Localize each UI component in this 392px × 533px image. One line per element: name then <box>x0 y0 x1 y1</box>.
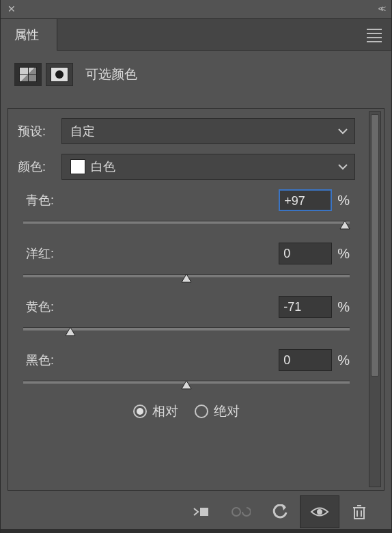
collapse-icon[interactable]: << <box>378 3 383 14</box>
layer-type-row: 可选颜色 <box>1 51 391 96</box>
scrollbar[interactable] <box>369 111 381 487</box>
chevron-down-icon <box>338 128 348 135</box>
color-swatch-white <box>70 159 85 174</box>
clip-to-layer-button[interactable] <box>181 495 221 528</box>
tab-empty-area <box>57 19 391 51</box>
content: 预设: 自定 颜色: 白色 青色: +97 <box>8 109 365 490</box>
reset-button[interactable] <box>260 495 300 528</box>
slider-label-yellow: 黄色: <box>26 299 54 315</box>
unit-magenta: % <box>337 246 350 262</box>
slider-track-magenta[interactable] <box>23 271 350 288</box>
slider-input-black[interactable]: 0 <box>279 349 332 371</box>
colors-dropdown[interactable]: 白色 <box>61 154 355 180</box>
tab-properties[interactable]: 属性 <box>1 19 53 51</box>
slider-input-cyan[interactable]: +97 <box>279 189 332 211</box>
svg-point-2 <box>317 509 322 515</box>
panel-menu-icon[interactable] <box>367 29 382 40</box>
preset-dropdown[interactable]: 自定 <box>61 118 355 144</box>
toggle-visibility-button[interactable] <box>300 495 339 528</box>
close-icon[interactable]: ✕ <box>8 3 16 14</box>
slider-row-cyan: 青色: +97 % <box>18 189 355 234</box>
content-frame: 预设: 自定 颜色: 白色 青色: +97 <box>8 108 384 491</box>
svg-rect-0 <box>200 508 208 516</box>
slider-input-magenta[interactable]: 0 <box>279 243 332 264</box>
slider-track-yellow[interactable] <box>23 325 350 341</box>
unit-black: % <box>337 353 350 368</box>
view-previous-state-button[interactable] <box>221 495 260 528</box>
radio-label-relative: 相对 <box>152 402 178 420</box>
preset-row: 预设: 自定 <box>18 118 355 144</box>
delete-button[interactable] <box>339 495 379 528</box>
slider-row-black: 黑色: 0 % <box>18 349 355 394</box>
method-radio-group: 相对 绝对 <box>18 402 355 420</box>
adjustment-thumb-button[interactable] <box>14 63 42 86</box>
mask-thumb-button[interactable] <box>46 63 73 86</box>
colors-row: 颜色: 白色 <box>18 154 355 180</box>
colors-label: 颜色: <box>18 159 55 175</box>
slider-row-yellow: 黄色: -71 % <box>18 296 355 341</box>
unit-cyan: % <box>337 193 350 208</box>
radio-icon <box>195 405 208 418</box>
slider-label-cyan: 青色: <box>26 192 54 208</box>
chevron-down-icon <box>338 163 348 170</box>
slider-input-yellow[interactable]: -71 <box>279 296 332 318</box>
radio-icon <box>133 405 147 418</box>
slider-track-cyan[interactable] <box>23 218 350 234</box>
svg-point-1 <box>232 508 240 516</box>
layer-mask-icon <box>51 67 68 82</box>
slider-track-black[interactable] <box>23 378 350 394</box>
radio-relative[interactable]: 相对 <box>133 402 178 420</box>
svg-rect-3 <box>354 508 364 519</box>
preset-value: 自定 <box>70 123 95 139</box>
panel-footer <box>8 491 384 533</box>
selective-color-icon <box>19 67 37 82</box>
slider-label-magenta: 洋红: <box>26 245 54 262</box>
radio-label-absolute: 绝对 <box>214 402 240 420</box>
adjustment-name: 可选颜色 <box>85 66 137 83</box>
unit-yellow: % <box>337 299 350 315</box>
tab-label: 属性 <box>14 28 39 42</box>
scrollbar-thumb[interactable] <box>371 114 379 377</box>
radio-absolute[interactable]: 绝对 <box>195 402 240 420</box>
slider-row-magenta: 洋红: 0 % <box>18 243 355 288</box>
tab-row: 属性 <box>1 19 391 51</box>
colors-value: 白色 <box>91 159 115 175</box>
slider-label-black: 黑色: <box>26 352 54 368</box>
panel-titlebar: ✕ << <box>1 0 391 19</box>
preset-label: 预设: <box>18 123 55 139</box>
bottom-edge <box>1 529 391 533</box>
